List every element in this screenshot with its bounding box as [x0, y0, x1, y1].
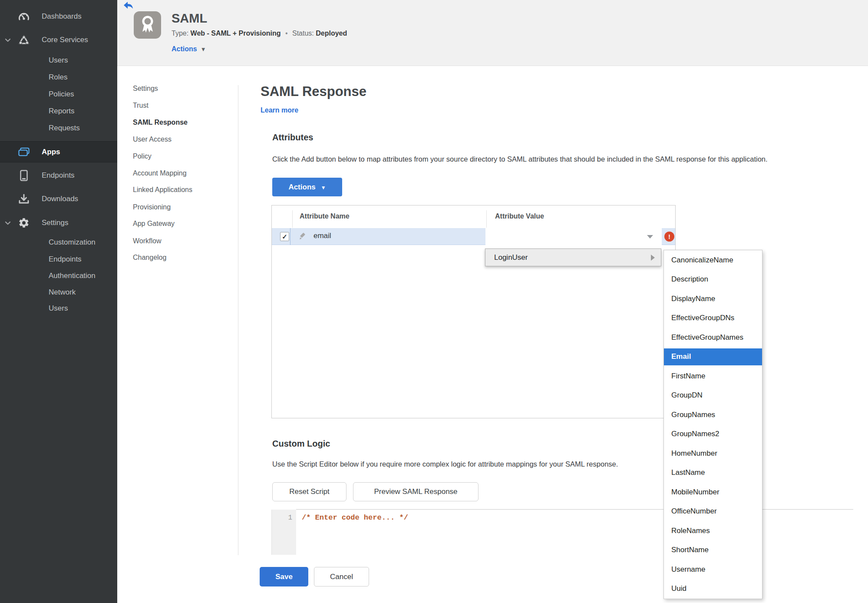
attributes-table: Attribute Name Attribute Value ✓ email ! [271, 205, 676, 418]
tab-label: Policy [133, 152, 152, 160]
script-editor-input[interactable]: /* Enter code here... */ [302, 514, 408, 522]
sidebar-item-label: Apps [42, 148, 60, 156]
status-label: Status: [292, 30, 314, 37]
sidebar-item-label: Core Services [42, 36, 88, 44]
menu-item-effectivegroupnames[interactable]: EffectiveGroupNames [664, 328, 762, 348]
column-header-attribute-value: Attribute Value [495, 212, 544, 220]
header-actions-menu[interactable]: Actions ▼ [172, 45, 206, 53]
dropdown-menu-label: LoginUser [494, 253, 528, 262]
menu-item-label: Email [671, 352, 691, 361]
menu-item-groupnames[interactable]: GroupNames [664, 405, 762, 425]
subnav-divider [238, 85, 238, 555]
caret-down-icon: ▼ [201, 46, 206, 53]
reset-script-button[interactable]: Reset Script [272, 482, 347, 501]
menu-item-email-selected[interactable]: Email [664, 347, 762, 367]
sidebar-item-settings[interactable]: Settings [0, 215, 117, 230]
tab-user-access[interactable]: User Access [133, 134, 233, 145]
back-arrow-icon[interactable] [124, 2, 133, 9]
menu-item-rolenames[interactable]: RoleNames [664, 521, 762, 541]
attributes-heading: Attributes [272, 133, 313, 142]
menu-item-canonicalizename[interactable]: CanonicalizeName [664, 251, 762, 270]
menu-item-shortname[interactable]: ShortName [664, 540, 762, 560]
sidebar-item-endpoints-settings[interactable]: Endpoints [0, 252, 117, 267]
tab-provisioning[interactable]: Provisioning [133, 202, 233, 213]
menu-item-mobilenumber[interactable]: MobileNumber [664, 483, 762, 502]
menu-item-label: Description [671, 275, 708, 284]
menu-item-uuid[interactable]: Uuid [664, 579, 762, 599]
tab-linked-applications[interactable]: Linked Applications [133, 184, 233, 195]
sidebar-item-label: Reports [49, 107, 75, 116]
menu-item-displayname[interactable]: DisplayName [664, 289, 762, 309]
tab-label: App Gateway [133, 220, 175, 228]
status-badge: Deployed [316, 30, 347, 37]
sidebar-item-customization[interactable]: Customization [0, 235, 117, 250]
menu-item-lastname[interactable]: LastName [664, 463, 762, 483]
sidebar-item-label: Users [49, 56, 68, 65]
tab-saml-response[interactable]: SAML Response [133, 117, 233, 128]
page-title: SAML Response [261, 84, 366, 99]
tab-account-mapping[interactable]: Account Mapping [133, 168, 233, 179]
line-number: 1 [288, 514, 292, 522]
sidebar-item-network[interactable]: Network [0, 285, 117, 300]
sidebar-item-reports[interactable]: Reports [0, 104, 117, 119]
menu-item-label: OfficeNumber [671, 507, 717, 516]
row-checkbox[interactable]: ✓ [280, 232, 289, 241]
sidebar-item-downloads[interactable]: Downloads [0, 192, 117, 206]
custom-logic-heading: Custom Logic [272, 439, 330, 449]
sidebar-item-roles[interactable]: Roles [0, 70, 117, 85]
sidebar-item-apps-active[interactable]: Apps [0, 141, 117, 162]
tab-label: SAML Response [133, 119, 188, 126]
menu-item-description[interactable]: Description [664, 270, 762, 289]
sidebar-item-core-services[interactable]: Core Services [0, 33, 117, 47]
attributes-actions-button[interactable]: Actions ▼ [272, 178, 342, 196]
menu-item-label: EffectiveGroupNames [671, 333, 743, 342]
app-meta: Type: Web - SAML + Provisioning • Status… [172, 30, 347, 37]
menu-item-groupnames2[interactable]: GroupNames2 [664, 424, 762, 444]
menu-item-label: Uuid [671, 584, 686, 593]
sidebar-item-policies[interactable]: Policies [0, 87, 117, 102]
menu-item-label: RoleNames [671, 527, 710, 535]
menu-item-label: EffectiveGroupDNs [671, 314, 734, 322]
tab-settings[interactable]: Settings [133, 83, 233, 94]
dropdown-menu-loginuser[interactable]: LoginUser [485, 248, 661, 266]
menu-item-homenumber[interactable]: HomeNumber [664, 444, 762, 464]
edit-pencil-icon[interactable] [298, 232, 307, 241]
tab-app-gateway[interactable]: App Gateway [133, 218, 233, 229]
sidebar-item-requests[interactable]: Requests [0, 121, 117, 136]
header-actions-label: Actions [172, 45, 197, 53]
tab-label: User Access [133, 136, 172, 143]
tab-changelog[interactable]: Changelog [133, 252, 233, 263]
error-mark: ! [668, 233, 670, 240]
sidebar-item-endpoints[interactable]: Endpoints [0, 168, 117, 183]
tab-label: Workflow [133, 237, 162, 245]
tab-policy[interactable]: Policy [133, 151, 233, 162]
attributes-description: Click the Add button below to map attrib… [272, 155, 841, 163]
tab-label: Changelog [133, 254, 166, 262]
attribute-name-cell: email [314, 232, 331, 240]
sidebar: Dashboards Core Services Users Roles Pol… [0, 0, 117, 603]
script-editor-border [296, 509, 853, 510]
menu-item-effectivegroupdns[interactable]: EffectiveGroupDNs [664, 308, 762, 328]
sidebar-item-users[interactable]: Users [0, 53, 117, 68]
save-button[interactable]: Save [260, 567, 308, 586]
tab-label: Provisioning [133, 203, 171, 211]
preview-saml-response-button[interactable]: Preview SAML Response [353, 482, 479, 501]
attribute-value-dropdown[interactable] [485, 228, 662, 245]
sidebar-item-label: Customization [49, 238, 96, 247]
sidebar-item-authentication[interactable]: Authentication [0, 268, 117, 283]
cancel-button[interactable]: Cancel [314, 567, 369, 586]
sidebar-item-users-settings[interactable]: Users [0, 301, 117, 316]
download-icon [18, 193, 30, 205]
menu-item-groupdn[interactable]: GroupDN [664, 386, 762, 405]
table-row[interactable]: ✓ email ! [272, 228, 675, 245]
menu-item-officenumber[interactable]: OfficeNumber [664, 502, 762, 521]
sidebar-item-label: Endpoints [49, 255, 82, 264]
sidebar-item-label: Network [49, 288, 76, 297]
tab-trust[interactable]: Trust [133, 100, 233, 111]
learn-more-link[interactable]: Learn more [261, 106, 298, 114]
menu-item-firstname[interactable]: FirstName [664, 367, 762, 386]
tab-workflow[interactable]: Workflow [133, 235, 233, 247]
chevron-down-icon [4, 219, 11, 226]
sidebar-item-dashboards[interactable]: Dashboards [0, 9, 117, 24]
menu-item-username[interactable]: Username [664, 560, 762, 580]
